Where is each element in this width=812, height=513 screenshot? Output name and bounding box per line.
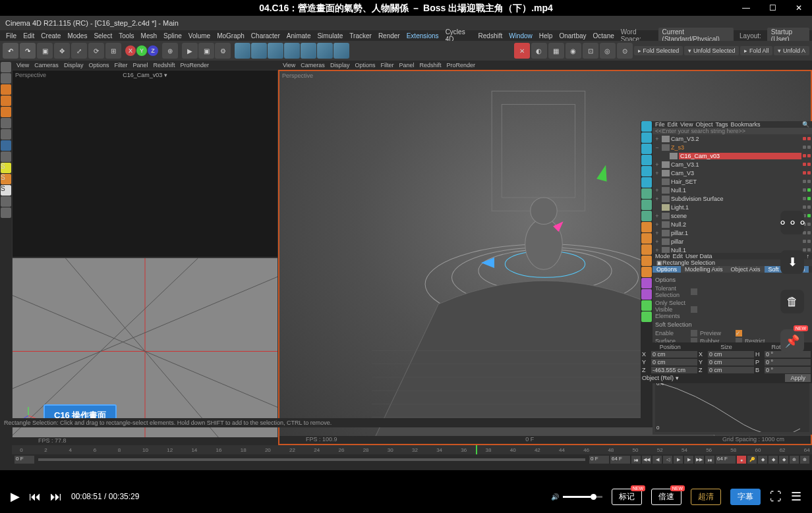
play-button[interactable]: ▶ (11, 489, 20, 504)
tolerant-checkbox[interactable] (691, 288, 697, 295)
fold-all[interactable]: ▸ Fold All (740, 46, 772, 55)
minimize-button[interactable]: — (733, 0, 759, 16)
rt-icon-14[interactable] (641, 267, 652, 277)
mark-button[interactable]: 标记NEW (612, 489, 642, 505)
vp2-display[interactable]: Display (328, 62, 352, 68)
menu-help[interactable]: Help (536, 32, 556, 40)
visible-checkbox[interactable] (691, 306, 697, 313)
tb-icon-1[interactable]: ✕ (514, 43, 530, 59)
viewport-solo-icon[interactable] (1, 151, 11, 162)
y-size[interactable]: 0 cm (708, 359, 754, 365)
obj-item-7[interactable]: +Subdivision Surface (652, 194, 812, 203)
rt-icon-15[interactable] (641, 278, 652, 288)
rt-icon-7[interactable] (641, 188, 652, 199)
menu-edit[interactable]: Edit (20, 32, 38, 40)
vp2-prorender[interactable]: ProRender (444, 62, 477, 68)
vp-redshift[interactable]: Redshift (151, 62, 177, 68)
tweak-icon[interactable] (1, 140, 11, 151)
fullscreen-button[interactable]: ⛶ (770, 490, 782, 504)
environment[interactable] (301, 43, 316, 59)
render-view[interactable]: ▶ (182, 43, 198, 59)
playlist-button[interactable]: ☰ (791, 489, 801, 504)
menu-mesh[interactable]: Mesh (138, 32, 160, 40)
texture-mode-icon[interactable] (1, 73, 11, 84)
om-object[interactable]: Object (695, 121, 712, 128)
y-pos[interactable]: 0 cm (651, 359, 697, 365)
rt-icon-13[interactable] (641, 256, 652, 266)
tl-end[interactable]: 0 F (589, 456, 609, 464)
rt-icon-4[interactable] (641, 155, 652, 165)
vp2-redshift[interactable]: Redshift (417, 62, 443, 68)
obj-item-0[interactable]: +Cam_V3.2 (652, 134, 812, 143)
pin-icon[interactable]: 📌NEW (780, 329, 804, 353)
workplane-icon[interactable] (1, 196, 11, 207)
obj-item-1[interactable]: −Z_s3 (652, 143, 812, 151)
tl-play-back[interactable]: ◁ (663, 456, 672, 464)
z-pos[interactable]: -463.555 cm (651, 367, 697, 373)
tb-icon-4[interactable]: ◉ (566, 43, 581, 59)
tl-record[interactable]: ● (737, 456, 746, 464)
tl-current[interactable]: 64 F (610, 456, 630, 464)
tl-key5[interactable]: ⊕ (800, 456, 809, 464)
menu-render[interactable]: Render (375, 32, 403, 40)
menu-window[interactable]: Window (506, 32, 536, 40)
quality-button[interactable]: 超清 (691, 489, 721, 505)
tl-key1[interactable]: ◆ (758, 456, 767, 464)
obj-item-5[interactable]: Hair_SET (652, 177, 812, 186)
rt-icon-3[interactable] (641, 144, 652, 154)
maximize-button[interactable]: ☐ (759, 0, 786, 16)
rt-icon-17[interactable] (641, 300, 652, 311)
menu-select[interactable]: Select (90, 32, 115, 40)
prev-video-button[interactable]: ⏮ (29, 490, 41, 504)
volume-slider[interactable] (563, 496, 602, 498)
tl-nextkey[interactable]: ▶▶ (695, 456, 704, 464)
object-search[interactable]: <<Enter your search string here>> (652, 128, 812, 134)
undo-button[interactable]: ↶ (3, 43, 18, 59)
tab-modelling[interactable]: Modelling Axis (681, 266, 727, 273)
tl-prevkey[interactable]: ◀◀ (642, 456, 651, 464)
menu-tracker[interactable]: Tracker (346, 32, 375, 40)
axis-mode-icon[interactable] (1, 129, 11, 140)
tab-object-axis[interactable]: Object Axis (727, 266, 765, 273)
am-userdata[interactable]: User Data (685, 253, 712, 259)
menu-tools[interactable]: Tools (115, 32, 137, 40)
tl-play[interactable]: ▶ (674, 456, 683, 464)
menu-volume[interactable]: Volume (185, 32, 214, 40)
render-region[interactable]: ▣ (198, 43, 214, 59)
rotate-tool[interactable]: ⟳ (88, 43, 104, 59)
next-video-button[interactable]: ⏭ (50, 490, 62, 504)
obj-item-6[interactable]: +Null.1 (652, 186, 812, 194)
menu-modes[interactable]: Modes (64, 32, 90, 40)
tl-key4[interactable]: ⊕ (790, 456, 799, 464)
menu-extensions[interactable]: Extensions (403, 32, 442, 40)
menu-octane[interactable]: Octane (590, 32, 618, 40)
tl-first[interactable]: ⏮ (631, 456, 641, 464)
object-mode-dropdown[interactable]: Object (Rel) ▾ (642, 375, 688, 381)
render-settings[interactable]: ⚙ (215, 43, 231, 59)
enable-checkbox[interactable] (691, 330, 697, 337)
tl-next[interactable]: ▶ (684, 456, 693, 464)
menu-animate[interactable]: Animate (283, 32, 314, 40)
x-pos[interactable]: 0 cm (651, 351, 697, 358)
vp2-options[interactable]: Options (353, 62, 377, 68)
share-icon[interactable]: ⚬⚬⚬ (780, 211, 804, 234)
vp2-view[interactable]: View (281, 62, 297, 68)
tl-autokey[interactable]: 🔑 (747, 456, 757, 464)
b-rot[interactable]: 0 ° (765, 367, 811, 373)
om-search-icon[interactable]: 🔍 (802, 121, 809, 128)
volume-icon[interactable]: 🔊 (551, 493, 559, 500)
om-bookmarks[interactable]: Bookmarks (730, 121, 760, 128)
vp-filter[interactable]: Filter (112, 62, 129, 68)
rt-icon-11[interactable] (641, 233, 652, 244)
select-tool[interactable]: ▣ (37, 43, 53, 59)
tb-icon-3[interactable]: ▦ (548, 43, 564, 59)
snap-icon[interactable]: S (1, 163, 11, 173)
obj-item-3[interactable]: +Cam_V3.1 (652, 160, 812, 169)
redo-button[interactable]: ↷ (20, 43, 36, 59)
x-size[interactable]: 0 cm (708, 351, 754, 358)
rt-icon-6[interactable] (641, 177, 652, 188)
tl-start[interactable]: 0 F (14, 456, 34, 464)
obj-item-2[interactable]: C16_Cam_v03 (652, 151, 812, 160)
speed-button[interactable]: 倍速NEW (651, 489, 682, 505)
tl-max[interactable]: 64 F (716, 456, 736, 464)
